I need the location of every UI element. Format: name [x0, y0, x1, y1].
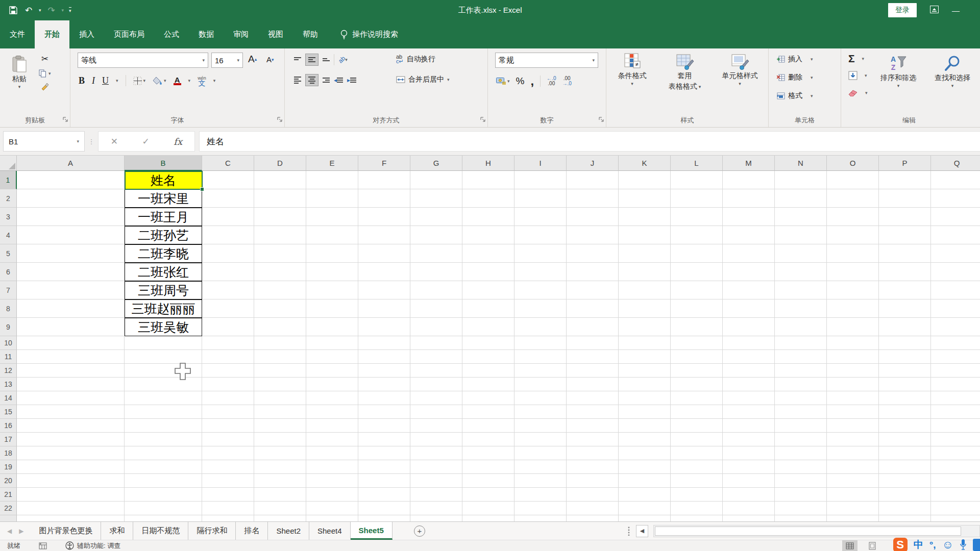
cell-M19[interactable]	[723, 460, 775, 474]
cell-I14[interactable]	[514, 391, 567, 405]
cell-G17[interactable]	[410, 433, 462, 446]
cell-I18[interactable]	[514, 446, 567, 460]
cell-N16[interactable]	[775, 419, 827, 433]
cell-F12[interactable]	[358, 364, 410, 378]
cell-G8[interactable]	[410, 299, 462, 318]
cell-P17[interactable]	[879, 433, 931, 446]
row-header-18[interactable]: 18	[0, 446, 17, 460]
cell-A23[interactable]	[17, 515, 125, 521]
cell-A12[interactable]	[17, 364, 125, 378]
cell-H1[interactable]	[462, 171, 514, 189]
cell-C11[interactable]	[202, 350, 254, 364]
cell-E3[interactable]	[306, 208, 358, 226]
cell-M5[interactable]	[723, 244, 775, 263]
cell-M4[interactable]	[723, 226, 775, 244]
cell-B8[interactable]: 三班赵丽丽	[125, 299, 202, 318]
cell-Q15[interactable]	[931, 405, 980, 419]
cell-F2[interactable]	[358, 189, 410, 208]
column-header-P[interactable]: P	[879, 156, 931, 171]
cell-P8[interactable]	[879, 299, 931, 318]
cell-J18[interactable]	[567, 446, 619, 460]
cell-P9[interactable]	[879, 318, 931, 336]
cell-G15[interactable]	[410, 405, 462, 419]
row-header-23[interactable]	[0, 515, 17, 521]
ime-language-toggle[interactable]: 中	[914, 538, 923, 551]
cell-C10[interactable]	[202, 336, 254, 350]
cell-G21[interactable]	[410, 488, 462, 502]
cell-B7[interactable]: 三班周号	[125, 281, 202, 299]
cell-H20[interactable]	[462, 474, 514, 488]
cell-D15[interactable]	[254, 405, 306, 419]
cell-L8[interactable]	[671, 299, 723, 318]
cell-F6[interactable]	[358, 263, 410, 281]
cell-A13[interactable]	[17, 378, 125, 391]
phonetic-guide-icon[interactable]: wén 文	[198, 76, 206, 86]
cell-G11[interactable]	[410, 350, 462, 364]
column-header-H[interactable]: H	[462, 156, 514, 171]
cell-K11[interactable]	[619, 350, 671, 364]
column-header-E[interactable]: E	[306, 156, 358, 171]
cell-L19[interactable]	[671, 460, 723, 474]
tab-data[interactable]: 数据	[189, 20, 224, 48]
cell-Q3[interactable]	[931, 208, 980, 226]
row-header-11[interactable]: 11	[0, 350, 17, 364]
cell-M18[interactable]	[723, 446, 775, 460]
cell-G23[interactable]	[410, 515, 462, 521]
cell-O6[interactable]	[827, 263, 879, 281]
cell-G9[interactable]	[410, 318, 462, 336]
clipboard-dialog-launcher-icon[interactable]	[63, 115, 68, 124]
cell-G20[interactable]	[410, 474, 462, 488]
cell-Q19[interactable]	[931, 460, 980, 474]
cell-E1[interactable]	[306, 171, 358, 189]
cell-J13[interactable]	[567, 378, 619, 391]
sheet-tab-求和[interactable]: 求和	[101, 522, 133, 540]
cell-O1[interactable]	[827, 171, 879, 189]
cell-L7[interactable]	[671, 281, 723, 299]
cell-D1[interactable]	[254, 171, 306, 189]
cell-P3[interactable]	[879, 208, 931, 226]
cell-I11[interactable]	[514, 350, 567, 364]
cell-O2[interactable]	[827, 189, 879, 208]
cell-B17[interactable]	[125, 433, 202, 446]
cell-B16[interactable]	[125, 419, 202, 433]
cell-M22[interactable]	[723, 502, 775, 515]
cell-P16[interactable]	[879, 419, 931, 433]
cell-B13[interactable]	[125, 378, 202, 391]
phonetic-dropdown-icon[interactable]: ▾	[213, 78, 216, 83]
cell-P6[interactable]	[879, 263, 931, 281]
cell-B12[interactable]	[125, 364, 202, 378]
cell-E11[interactable]	[306, 350, 358, 364]
cell-B1[interactable]: 姓名	[125, 171, 202, 189]
cell-J20[interactable]	[567, 474, 619, 488]
cell-Q11[interactable]	[931, 350, 980, 364]
cell-Q1[interactable]	[931, 171, 980, 189]
cell-K8[interactable]	[619, 299, 671, 318]
cell-J15[interactable]	[567, 405, 619, 419]
cell-F20[interactable]	[358, 474, 410, 488]
row-header-15[interactable]: 15	[0, 405, 17, 419]
cell-Q12[interactable]	[931, 364, 980, 378]
grow-font-icon[interactable]: A▴	[248, 54, 257, 65]
cell-M20[interactable]	[723, 474, 775, 488]
normal-view-button[interactable]	[842, 540, 857, 551]
cell-D10[interactable]	[254, 336, 306, 350]
cell-B6[interactable]: 二班张红	[125, 263, 202, 281]
sort-filter-button[interactable]: AZ 排序和筛选 ▾	[873, 51, 924, 87]
cell-E5[interactable]	[306, 244, 358, 263]
cell-J14[interactable]	[567, 391, 619, 405]
cell-K15[interactable]	[619, 405, 671, 419]
cell-A8[interactable]	[17, 299, 125, 318]
cell-P21[interactable]	[879, 488, 931, 502]
cell-O21[interactable]	[827, 488, 879, 502]
cell-P4[interactable]	[879, 226, 931, 244]
cell-E2[interactable]	[306, 189, 358, 208]
cell-A11[interactable]	[17, 350, 125, 364]
formula-bar-grip[interactable]: ⋮	[85, 138, 98, 145]
cell-P7[interactable]	[879, 281, 931, 299]
cell-C5[interactable]	[202, 244, 254, 263]
cell-D2[interactable]	[254, 189, 306, 208]
cell-E15[interactable]	[306, 405, 358, 419]
cell-A19[interactable]	[17, 460, 125, 474]
cell-E17[interactable]	[306, 433, 358, 446]
cell-M2[interactable]	[723, 189, 775, 208]
